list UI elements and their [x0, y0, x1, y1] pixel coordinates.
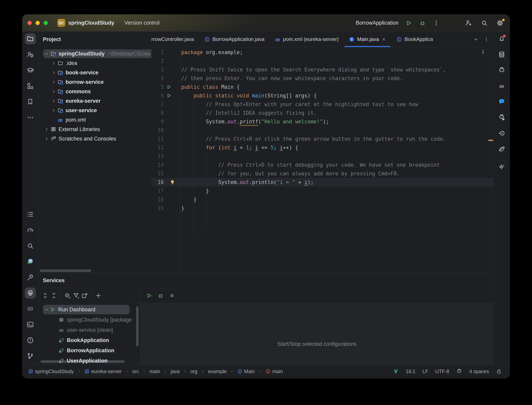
project-tree-item-springCloudStudy[interactable]: springCloudStudy~/Desktop/CS/Jav: [39, 49, 151, 58]
line-number[interactable]: 10: [151, 126, 164, 135]
project-tree-item-pom.xml[interactable]: mpom.xml: [39, 115, 151, 125]
project-tree-item-book-service[interactable]: book-service: [39, 68, 151, 77]
tool-window-button-endpoints[interactable]: [496, 128, 507, 139]
line-number[interactable]: 6: [151, 91, 164, 100]
services-tree-item-BorrowApplication[interactable]: BorrowApplication: [39, 345, 140, 356]
line-number[interactable]: 15: [151, 169, 164, 178]
project-tree-item-commons[interactable]: commons: [39, 87, 151, 96]
close-tab-icon[interactable]: [381, 37, 386, 42]
line-number[interactable]: 12: [151, 143, 164, 152]
traffic-light-close[interactable]: [27, 21, 32, 25]
chevron-right-icon[interactable]: [50, 89, 57, 94]
add-tab-button[interactable]: [80, 291, 89, 300]
expand-all-button[interactable]: [41, 291, 50, 300]
line-number[interactable]: 5: [151, 83, 164, 91]
tab-list-button[interactable]: [472, 35, 480, 44]
tool-window-button-ai-sparkle[interactable]: [496, 162, 507, 173]
tool-window-button-folder[interactable]: [25, 33, 36, 44]
run-button[interactable]: [404, 19, 413, 27]
line-number[interactable]: 19: [151, 204, 164, 213]
breadcrumb-item-main[interactable]: mmain: [265, 369, 283, 374]
filter-button[interactable]: [72, 291, 80, 300]
breadcrumb-item-example[interactable]: example: [208, 369, 227, 374]
services-tree-item-BookApplication[interactable]: BookApplication: [39, 335, 140, 345]
project-tree-item-user-service[interactable]: user-service: [39, 106, 151, 115]
tool-window-button-find[interactable]: [25, 240, 36, 251]
status-widget-LF[interactable]: LF: [422, 369, 428, 374]
code-editor[interactable]: 1package org.example;23// Press Shift tw…: [151, 47, 493, 273]
search-button[interactable]: [480, 19, 489, 27]
status-widget-unlock[interactable]: [496, 368, 502, 374]
collapse-all-button[interactable]: [50, 291, 58, 300]
services-debug-button[interactable]: [156, 291, 165, 300]
line-number[interactable]: 1: [151, 48, 164, 57]
tool-window-button-more[interactable]: [25, 112, 36, 123]
chevron-right-icon[interactable]: [43, 127, 50, 132]
settings-button[interactable]: [496, 19, 504, 27]
line-number[interactable]: 2: [151, 57, 164, 65]
line-number[interactable]: 14: [151, 161, 164, 169]
tool-window-button-robot-chat[interactable]: [496, 112, 507, 123]
services-tree-item-Run-Dashboard[interactable]: Run Dashboard: [39, 304, 140, 315]
line-number[interactable]: 9: [151, 117, 164, 126]
tool-window-button-services-play[interactable]: [25, 288, 36, 298]
inspections-widget[interactable]: 1: [479, 49, 490, 54]
breadcrumb-item-springCloudStudy[interactable]: springCloudStudy: [28, 369, 74, 374]
chevron-right-icon[interactable]: [50, 61, 57, 66]
tool-window-button-notifications-bell[interactable]: [496, 33, 507, 44]
tool-window-button-todo-list[interactable]: [25, 209, 36, 220]
tool-window-button-graduation-cap[interactable]: [25, 65, 36, 76]
user-plus-button[interactable]: [464, 19, 473, 27]
warning-stripe-mark[interactable]: [488, 140, 493, 141]
tool-window-button-maven[interactable]: m: [496, 81, 507, 92]
chevron-right-icon[interactable]: [50, 98, 57, 103]
project-tree-item-eureka-server[interactable]: eureka-server: [39, 96, 151, 106]
project-name-menu[interactable]: springCloudStudy: [68, 14, 116, 32]
tool-window-button-spring-leaf-outline[interactable]: [496, 143, 507, 155]
line-number[interactable]: 7: [151, 100, 164, 109]
status-widget-ai-robot[interactable]: [456, 368, 462, 374]
services-stop-button[interactable]: [168, 291, 176, 300]
version-control-menu[interactable]: Version control: [125, 14, 162, 32]
chevron-right-icon[interactable]: [50, 70, 57, 75]
line-number[interactable]: 11: [151, 135, 164, 143]
breadcrumb-item-main[interactable]: main: [149, 369, 160, 374]
run-config-selector[interactable]: BorrowApplication: [354, 20, 400, 26]
project-tree-item-External-Libraries[interactable]: External Libraries: [39, 125, 151, 134]
tool-window-button-database[interactable]: [496, 49, 507, 60]
line-number[interactable]: 4: [151, 74, 164, 83]
project-tree-item-borrow-service[interactable]: borrow-service: [39, 77, 151, 87]
chevron-down-icon[interactable]: [44, 307, 50, 312]
tool-window-button-chat-bubble[interactable]: [496, 96, 507, 107]
line-number[interactable]: 16: [151, 178, 164, 187]
tab-options-button[interactable]: [482, 35, 491, 44]
traffic-light-minimize[interactable]: [36, 21, 40, 25]
view-options-button[interactable]: [63, 291, 72, 300]
tool-window-button-gauge[interactable]: [25, 224, 36, 236]
project-panel-header[interactable]: Project: [39, 32, 151, 47]
debug-button[interactable]: [418, 19, 427, 27]
status-widget-4-spaces[interactable]: 4 spaces: [469, 369, 489, 374]
tool-window-button-build-hammer[interactable]: [25, 272, 36, 283]
tool-window-button-problems[interactable]: [25, 335, 36, 346]
breadcrumb-item-Main[interactable]: CMain: [237, 369, 255, 374]
project-tree-item-Scratches-and-Consoles[interactable]: Scratches and Consoles: [39, 134, 151, 143]
breadcrumb-item-eureka-server[interactable]: eureka-server: [84, 369, 121, 374]
intention-bulb-icon[interactable]: [170, 178, 175, 187]
breadcrumb-item-org[interactable]: org: [190, 369, 197, 374]
line-number[interactable]: 13: [151, 152, 164, 161]
services-tree-item-springCloudStudy--package[interactable]: springCloudStudy [package: [39, 315, 140, 325]
services-play-button[interactable]: [145, 291, 154, 300]
chevron-right-icon[interactable]: [43, 136, 50, 141]
chevron-right-icon[interactable]: [50, 80, 57, 85]
editor-tab-pom.xml--eureka-server-[interactable]: mpom.xml (eureka-server): [269, 32, 344, 47]
chevron-right-icon[interactable]: [50, 108, 57, 113]
tool-window-button-git-branch[interactable]: [25, 351, 36, 362]
editor-tab-rrowController.java[interactable]: rrowController.java: [151, 32, 199, 47]
editor-tab-Main.java[interactable]: CMain.java: [344, 32, 391, 47]
status-widget-v-logo[interactable]: [393, 368, 399, 374]
status-widget-16:1[interactable]: 16:1: [406, 369, 415, 374]
services-tree-item-user-service--clean-[interactable]: muser-service [clean]: [39, 325, 140, 335]
status-widget-UTF-8[interactable]: UTF-8: [435, 369, 449, 374]
editor-tab-BorrowApplication.java[interactable]: CBorrowApplication.java: [199, 32, 269, 47]
